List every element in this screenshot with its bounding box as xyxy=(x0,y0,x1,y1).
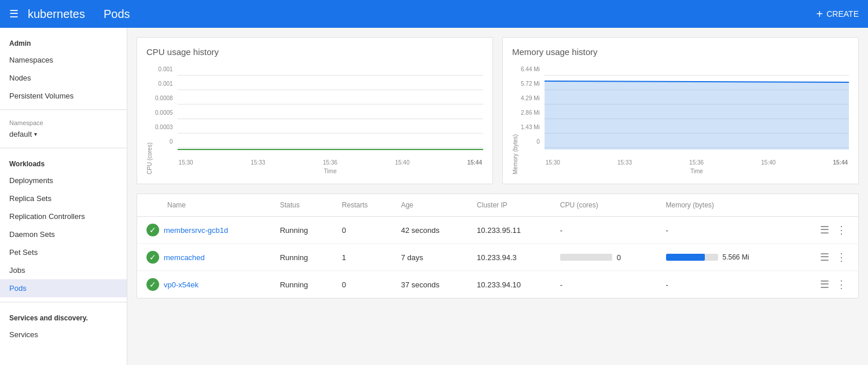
pod-name-link[interactable]: vp0-x54ek xyxy=(164,280,198,289)
pod-cpu: - xyxy=(551,271,657,298)
sidebar-item-pet-sets[interactable]: Pet Sets xyxy=(0,243,127,261)
pod-memory: - xyxy=(657,217,792,244)
sidebar-item-replication-controllers[interactable]: Replication Controllers xyxy=(0,207,127,225)
cpu-x-tick-0: 15:30 xyxy=(179,159,193,166)
mem-y-axis-label: Memory (bytes) xyxy=(512,64,518,174)
cpu-chart-wrapper: CPU (cores) 0.001 0.001 0.0008 0.0005 0.… xyxy=(146,64,483,174)
sidebar: Admin Namespaces Nodes Persistent Volume… xyxy=(0,28,127,365)
mem-chart-title: Memory usage history xyxy=(512,47,849,57)
pod-restarts: 0 xyxy=(333,217,392,244)
mem-x-tick-2: 15:36 xyxy=(689,159,704,166)
pod-name-link[interactable]: membersrvc-gcb1d xyxy=(164,226,228,235)
col-memory: Memory (bytes) xyxy=(657,194,792,217)
sidebar-item-persistent-volumes[interactable]: Persistent Volumes xyxy=(0,87,127,105)
pod-age: 37 seconds xyxy=(392,271,468,298)
pod-restarts: 1 xyxy=(333,244,392,271)
mem-x-labels: 15:30 15:33 15:36 15:40 15:44 xyxy=(545,159,849,166)
page-title: Pods xyxy=(104,8,816,21)
table-header: Name Status Restarts Age Cluster IP CPU … xyxy=(137,194,858,217)
chevron-down-icon: ▾ xyxy=(34,131,37,137)
row-more-icon[interactable]: ⋮ xyxy=(834,249,849,265)
pod-memory: 5.566 Mi xyxy=(657,244,792,271)
sidebar-item-namespaces[interactable]: Namespaces xyxy=(0,51,127,69)
mem-x-tick-0: 15:30 xyxy=(546,159,560,166)
pod-age: 7 days xyxy=(392,244,468,271)
plus-icon: + xyxy=(816,8,823,21)
mem-y-tick-3: 2.86 Mi xyxy=(521,110,540,116)
pod-name-link[interactable]: memcached xyxy=(164,253,205,262)
status-icon: ✓ xyxy=(146,251,159,264)
pod-cpu: - xyxy=(551,217,657,244)
sidebar-item-nodes[interactable]: Nodes xyxy=(0,69,127,87)
sidebar-item-replica-sets[interactable]: Replica Sets xyxy=(0,189,127,207)
status-icon: ✓ xyxy=(146,224,159,236)
pods-table-body: ✓ membersrvc-gcb1d Running042 seconds10.… xyxy=(137,217,858,298)
sidebar-item-services[interactable]: Services xyxy=(0,326,127,344)
pod-cluster-ip: 10.233.95.11 xyxy=(468,217,551,244)
mem-x-tick-1: 15:33 xyxy=(617,159,632,166)
pod-age: 42 seconds xyxy=(392,217,468,244)
mem-y-tick-4: 1.43 Mi xyxy=(521,124,540,130)
row-menu-icon[interactable]: ☰ xyxy=(818,222,832,238)
mem-y-tick-0: 6.44 Mi xyxy=(521,66,540,72)
pod-memory: - xyxy=(657,271,792,298)
cpu-x-tick-2: 15:36 xyxy=(323,159,337,166)
mem-x-tick-3: 15:40 xyxy=(761,159,775,166)
cpu-y-tick-4: 0.0003 xyxy=(155,124,173,130)
cpu-y-tick-5: 0 xyxy=(170,138,173,145)
sidebar-item-jobs[interactable]: Jobs xyxy=(0,261,127,279)
pod-actions: ☰ ⋮ xyxy=(792,244,858,271)
sidebar-divider-1 xyxy=(0,110,127,110)
pods-table: Name Status Restarts Age Cluster IP CPU … xyxy=(137,194,858,298)
pod-actions: ☰ ⋮ xyxy=(792,217,858,244)
namespace-select[interactable]: default ▾ xyxy=(0,127,127,143)
table-row: ✓ memcached Running17 days10.233.94.305.… xyxy=(137,244,858,271)
cpu-y-tick-3: 0.0005 xyxy=(155,110,173,116)
mem-chart-svg xyxy=(545,64,849,156)
col-name: Name xyxy=(137,194,271,217)
menu-icon[interactable]: ☰ xyxy=(9,8,19,20)
body-layout: Admin Namespaces Nodes Persistent Volume… xyxy=(0,28,868,365)
sidebar-divider-2 xyxy=(0,148,127,148)
col-age: Age xyxy=(392,194,468,217)
row-more-icon[interactable]: ⋮ xyxy=(834,276,849,293)
namespace-label: Namespace xyxy=(0,115,127,127)
main-content: CPU usage history CPU (cores) 0.001 0.00… xyxy=(127,28,868,365)
charts-row: CPU usage history CPU (cores) 0.001 0.00… xyxy=(137,37,859,184)
mem-y-tick-1: 5.72 Mi xyxy=(521,81,540,87)
cpu-x-labels: 15:30 15:33 15:36 15:40 15:44 xyxy=(178,159,483,166)
row-more-icon[interactable]: ⋮ xyxy=(834,222,849,238)
row-menu-icon[interactable]: ☰ xyxy=(818,276,832,293)
pods-table-card: Name Status Restarts Age Cluster IP CPU … xyxy=(137,194,859,298)
cpu-plot-area: 15:30 15:33 15:36 15:40 15:44 Time xyxy=(178,64,483,174)
mem-y-tick-2: 4.29 Mi xyxy=(521,95,540,101)
mem-x-tick-4: 15:44 xyxy=(833,159,848,166)
row-menu-icon[interactable]: ☰ xyxy=(818,249,832,265)
cpu-y-tick-1: 0.001 xyxy=(159,81,173,87)
app-logo: kubernetes xyxy=(28,8,85,21)
svg-marker-13 xyxy=(545,81,849,149)
pod-restarts: 0 xyxy=(333,271,392,298)
mem-y-tick-5: 0 xyxy=(536,138,540,145)
header: ☰ kubernetes Pods + CREATE xyxy=(0,0,868,28)
sidebar-item-pods[interactable]: Pods xyxy=(0,279,127,297)
cpu-x-tick-1: 15:33 xyxy=(251,159,265,166)
create-label: CREATE xyxy=(826,9,859,19)
col-status: Status xyxy=(271,194,333,217)
pod-cpu: 0 xyxy=(551,244,657,271)
mem-chart-card: Memory usage history Memory (bytes) 6.44… xyxy=(502,37,859,184)
table-row: ✓ vp0-x54ek Running037 seconds10.233.94.… xyxy=(137,271,858,298)
col-cluster-ip: Cluster IP xyxy=(468,194,551,217)
namespace-value: default xyxy=(9,130,32,138)
sidebar-item-daemon-sets[interactable]: Daemon Sets xyxy=(0,225,127,243)
cpu-x-axis-label: Time xyxy=(178,168,483,174)
pod-status: Running xyxy=(271,217,333,244)
col-cpu: CPU (cores) xyxy=(551,194,657,217)
cpu-chart-title: CPU usage history xyxy=(146,47,483,57)
sidebar-item-deployments[interactable]: Deployments xyxy=(0,171,127,189)
mem-x-axis-label: Time xyxy=(545,168,849,174)
cpu-x-tick-3: 15:40 xyxy=(395,159,410,166)
mem-plot-area: 15:30 15:33 15:36 15:40 15:44 Time xyxy=(545,64,849,174)
sidebar-divider-3 xyxy=(0,302,127,302)
create-button[interactable]: + CREATE xyxy=(816,8,859,21)
